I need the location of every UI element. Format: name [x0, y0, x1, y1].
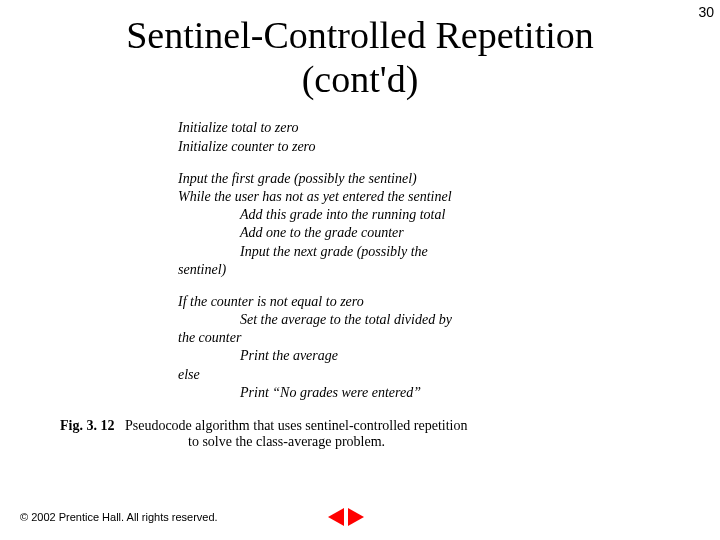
- pseudo-line: Print “No grades were entered”: [178, 384, 578, 402]
- pseudo-line: Input the next grade (possibly the: [178, 243, 578, 261]
- slide-footer: © 2002 Prentice Hall. All rights reserve…: [20, 508, 364, 526]
- pseudo-line: Input the first grade (possibly the sent…: [178, 170, 578, 188]
- pseudocode-if: If the counter is not equal to zero Set …: [178, 293, 578, 402]
- next-arrow-icon[interactable]: [348, 508, 364, 526]
- title-line-2: (cont'd): [302, 58, 419, 100]
- pseudo-line: Print the average: [178, 347, 578, 365]
- copyright-text: © 2002 Prentice Hall. All rights reserve…: [20, 511, 218, 523]
- pseudocode-while: Input the first grade (possibly the sent…: [178, 170, 578, 279]
- caption-text-line1: Pseudocode algorithm that uses sentinel-…: [125, 418, 468, 433]
- pseudocode-block: Initialize total to zero Initialize coun…: [178, 119, 578, 402]
- pseudo-line: Initialize total to zero: [178, 119, 578, 137]
- figure-label: Fig. 3. 12: [60, 418, 114, 433]
- pseudocode-init: Initialize total to zero Initialize coun…: [178, 119, 578, 155]
- page-number: 30: [698, 4, 714, 20]
- caption-text-line2: to solve the class-average problem.: [188, 434, 600, 450]
- pseudo-line: sentinel): [178, 261, 578, 279]
- pseudo-line: Set the average to the total divided by: [178, 311, 578, 329]
- pseudo-line: Add one to the grade counter: [178, 224, 578, 242]
- nav-arrows: [328, 508, 364, 526]
- prev-arrow-icon[interactable]: [328, 508, 344, 526]
- pseudo-line: Add this grade into the running total: [178, 206, 578, 224]
- pseudo-line: Initialize counter to zero: [178, 138, 578, 156]
- slide-title: Sentinel-Controlled Repetition (cont'd): [0, 14, 720, 101]
- pseudo-line: the counter: [178, 329, 578, 347]
- pseudo-line: else: [178, 366, 578, 384]
- pseudo-line: If the counter is not equal to zero: [178, 293, 578, 311]
- title-line-1: Sentinel-Controlled Repetition: [126, 14, 594, 56]
- figure-caption: Fig. 3. 12 Pseudocode algorithm that use…: [60, 418, 600, 450]
- pseudo-line: While the user has not as yet entered th…: [178, 188, 578, 206]
